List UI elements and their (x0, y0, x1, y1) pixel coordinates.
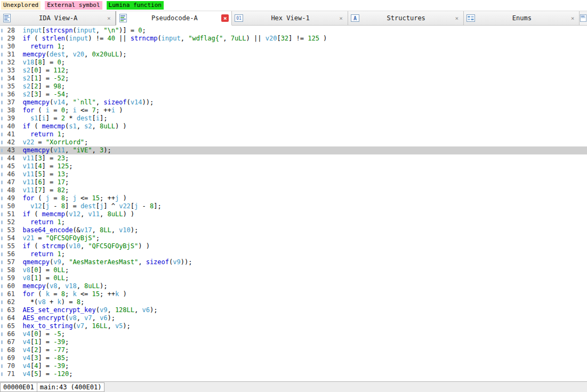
tab-enums[interactable]: Enums× (464, 11, 580, 26)
tab-close-icon[interactable]: × (221, 14, 229, 22)
code-text: v22 = "XorrLord"; (15, 138, 88, 146)
code-text: v8[0] = 0LL; (15, 266, 69, 274)
code-line-28[interactable]: 28 input[strcspn(input, "\n")] = 0; (0, 27, 587, 35)
code-text: for ( i = 0; i <= 7; ++i ) (15, 107, 123, 115)
line-number: 42 (5, 138, 15, 146)
line-number: 62 (5, 298, 15, 306)
code-line-31[interactable]: 31 memcpy(dest, v20, 0x20uLL); (0, 51, 587, 59)
code-line-67[interactable]: 67 v4[1] = -39; (0, 338, 587, 346)
code-text: AES_encrypt(v8, v7, v6); (15, 314, 115, 322)
code-line-59[interactable]: 59 v8[1] = 0LL; (0, 274, 587, 282)
tab-pseudocode-a[interactable]: Pseudocode-A× (116, 11, 232, 26)
line-number: 34 (5, 75, 15, 83)
code-line-45[interactable]: 45 v11[4] = 125; (0, 162, 587, 170)
code-line-68[interactable]: 68 v4[2] = -77; (0, 346, 587, 354)
code-text: v11[5] = 13; (15, 170, 69, 178)
code-text: v4[4] = -39; (15, 362, 69, 370)
line-number: 28 (5, 27, 15, 35)
code-text: for ( k = 8; k <= 15; ++k ) (15, 290, 127, 298)
line-number: 49 (5, 194, 15, 202)
code-line-39[interactable]: 39 s1[i] = 2 * dest[i]; (0, 115, 587, 123)
code-text: v4[5] = -120; (15, 370, 73, 378)
code-line-46[interactable]: 46 v11[5] = 13; (0, 170, 587, 178)
code-line-71[interactable]: 71 v4[5] = -120; (0, 370, 587, 378)
line-mark-icon (0, 186, 5, 194)
line-mark-icon (0, 83, 5, 91)
code-text: if ( strlen(input) != 40 || strncmp(inpu… (15, 35, 327, 43)
code-line-51[interactable]: 51 if ( memcmp(v12, v11, 8uLL) ) (0, 210, 587, 218)
line-number: 58 (5, 266, 15, 274)
code-line-38[interactable]: 38 for ( i = 0; i <= 7; ++i ) (0, 107, 587, 115)
code-line-36[interactable]: 36 s2[3] = -54; (0, 91, 587, 99)
code-line-29[interactable]: 29 if ( strlen(input) != 40 || strncmp(i… (0, 35, 587, 43)
line-number: 40 (5, 123, 15, 130)
code-line-47[interactable]: 47 v11[6] = 17; (0, 178, 587, 186)
line-number: 48 (5, 186, 15, 194)
code-text: input[strcspn(input, "\n")] = 0; (15, 27, 146, 35)
line-mark-icon (0, 51, 5, 59)
code-line-62[interactable]: 62 *(v8 + k) = 8; (0, 298, 587, 306)
code-line-48[interactable]: 48 v11[7] = 82; (0, 186, 587, 194)
code-line-61[interactable]: 61 for ( k = 8; k <= 15; ++k ) (0, 290, 587, 298)
line-mark-icon (0, 370, 5, 378)
code-line-30[interactable]: 30 return 1; (0, 43, 587, 51)
line-mark-icon (0, 330, 5, 338)
line-mark-icon (0, 115, 5, 123)
code-text: v11[7] = 82; (15, 186, 69, 194)
code-line-66[interactable]: 66 v4[0] = -5; (0, 330, 587, 338)
code-line-58[interactable]: 58 v8[0] = 0LL; (0, 266, 587, 274)
code-line-69[interactable]: 69 v4[3] = -85; (0, 354, 587, 362)
code-line-56[interactable]: 56 return 1; (0, 250, 587, 258)
pseudocode-icon (119, 14, 127, 22)
code-text: qmemcpy(v11, "iVE", 3); (15, 146, 111, 154)
line-number: 33 (5, 67, 15, 75)
code-line-65[interactable]: 65 hex_to_string(v7, 16LL, v5); (0, 322, 587, 330)
line-number: 47 (5, 178, 15, 186)
line-mark-icon (0, 75, 5, 83)
tab-hex-view-1[interactable]: 01Hex View-1× (232, 11, 348, 26)
code-line-63[interactable]: 63 AES_set_encrypt_key(v9, 128LL, v6); (0, 306, 587, 314)
code-line-70[interactable]: 70 v4[4] = -39; (0, 362, 587, 370)
code-line-34[interactable]: 34 s2[1] = -52; (0, 75, 587, 83)
line-mark-icon (0, 226, 5, 234)
code-line-32[interactable]: 32 v18[8] = 0; (0, 59, 587, 67)
line-number: 61 (5, 290, 15, 298)
code-line-55[interactable]: 55 if ( strcmp(v10, "QFC5QFOyBjS") ) (0, 242, 587, 250)
code-line-44[interactable]: 44 v11[3] = 23; (0, 154, 587, 162)
tab-ida-view-a[interactable]: IDA View-A× (0, 11, 116, 26)
code-text: v12[j - 8] = dest[j] ^ v22[j - 8]; (15, 202, 162, 210)
tab-close-icon[interactable]: × (569, 14, 576, 22)
code-line-52[interactable]: 52 return 1; (0, 218, 587, 226)
code-line-64[interactable]: 64 AES_encrypt(v8, v7, v6); (0, 314, 587, 322)
clipped-tab-icon[interactable] (580, 11, 587, 26)
tab-close-icon[interactable]: × (337, 14, 345, 22)
code-line-35[interactable]: 35 s2[2] = 98; (0, 83, 587, 91)
pseudocode-view[interactable]: 28 input[strcspn(input, "\n")] = 0;29 if… (0, 26, 587, 381)
tab-close-icon[interactable]: × (105, 14, 112, 22)
code-text: v18[8] = 0; (15, 59, 65, 67)
tab-close-icon[interactable]: × (453, 14, 461, 22)
code-line-42[interactable]: 42 v22 = "XorrLord"; (0, 138, 587, 146)
code-line-33[interactable]: 33 s2[0] = 112; (0, 67, 587, 75)
code-line-49[interactable]: 49 for ( j = 8; j <= 15; ++j ) (0, 194, 587, 202)
code-text: v4[1] = -39; (15, 338, 69, 346)
code-line-60[interactable]: 60 memcpy(v8, v18, 8uLL); (0, 282, 587, 290)
code-line-53[interactable]: 53 base64_encode(&v17, 8LL, v10); (0, 226, 587, 234)
line-mark-icon (0, 298, 5, 306)
code-line-50[interactable]: 50 v12[j - 8] = dest[j] ^ v22[j - 8]; (0, 202, 587, 210)
code-line-40[interactable]: 40 if ( memcmp(s1, s2, 8uLL) ) (0, 123, 587, 130)
line-number: 31 (5, 51, 15, 59)
code-line-54[interactable]: 54 v21 = "QFC5QFOyBjS"; (0, 234, 587, 242)
code-line-37[interactable]: 37 qmemcpy(v14, "`nll", sizeof(v14)); (0, 99, 587, 107)
code-line-57[interactable]: 57 qmemcpy(v9, "AesMasterAesMast", sizeo… (0, 258, 587, 266)
line-number: 39 (5, 115, 15, 123)
line-number: 64 (5, 314, 15, 322)
code-text: s2[0] = 112; (15, 67, 69, 75)
code-line-41[interactable]: 41 return 1; (0, 130, 587, 138)
line-mark-icon (0, 274, 5, 282)
line-number: 55 (5, 242, 15, 250)
line-mark-icon (0, 178, 5, 186)
code-line-43[interactable]: 43 qmemcpy(v11, "iVE", 3); (0, 146, 587, 154)
code-text: return 1; (15, 250, 65, 258)
tab-structures[interactable]: AStructures× (348, 11, 464, 26)
